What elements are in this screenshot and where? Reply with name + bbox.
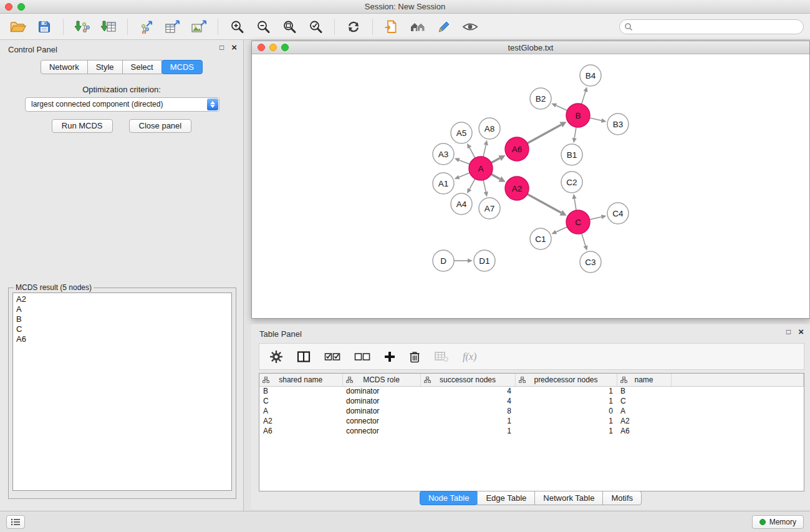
network-node-B4[interactable]: B4: [580, 65, 601, 86]
network-node-C1[interactable]: C1: [530, 228, 551, 249]
close-table-panel-icon[interactable]: ×: [798, 328, 804, 336]
export-table-icon[interactable]: [161, 16, 185, 37]
tab-style[interactable]: Style: [87, 60, 123, 74]
gear-icon[interactable]: [269, 350, 283, 364]
network-node-D[interactable]: D: [433, 250, 454, 271]
delete-icon[interactable]: [409, 351, 420, 363]
network-edge-B-B4[interactable]: [582, 92, 586, 104]
select-all-icon[interactable]: [324, 351, 340, 362]
float-panel-icon[interactable]: □: [219, 44, 224, 51]
open-folder-icon[interactable]: [6, 16, 30, 37]
network-edge-A2-C[interactable]: [528, 194, 561, 213]
network-canvas[interactable]: B4B2BB3A8A5A6A3B1AC2A1A2A4A7C4CC1C3DD1: [252, 54, 809, 318]
network-edge-A-A1[interactable]: [459, 173, 470, 177]
network-edge-A-A7[interactable]: [483, 180, 486, 192]
network-edge-A-A3[interactable]: [459, 160, 470, 165]
network-node-B1[interactable]: B1: [561, 144, 582, 165]
result-item[interactable]: A: [16, 304, 228, 314]
network-edge-C-C3[interactable]: [582, 233, 586, 246]
column-header-shared-name[interactable]: shared name: [259, 374, 342, 386]
network-edge-A-A4[interactable]: [470, 179, 475, 190]
import-network-icon[interactable]: [70, 16, 94, 37]
network-edge-B-B2[interactable]: [556, 105, 567, 110]
task-list-button[interactable]: [6, 515, 25, 529]
close-panel-button[interactable]: Close panel: [129, 119, 192, 133]
mcds-result-list[interactable]: A2ABCA6: [12, 293, 232, 491]
network-edge-C-C4[interactable]: [590, 217, 602, 220]
table-row[interactable]: Adominator80A: [259, 406, 804, 416]
export-image-icon[interactable]: [187, 16, 211, 37]
network-node-D1[interactable]: D1: [474, 250, 495, 271]
network-node-C3[interactable]: C3: [580, 251, 601, 273]
network-edge-C-C2[interactable]: [574, 199, 576, 211]
network-node-A8[interactable]: A8: [479, 118, 500, 139]
table-row[interactable]: Cdominator41C: [259, 396, 804, 406]
criterion-dropdown[interactable]: largest connected component (directed): [25, 97, 219, 112]
table-row[interactable]: A6connector11A6: [259, 426, 804, 436]
result-item[interactable]: B: [16, 314, 228, 324]
network-edge-B-B1[interactable]: [574, 127, 576, 138]
result-item[interactable]: C: [16, 324, 228, 334]
network-node-A3[interactable]: A3: [433, 143, 454, 165]
column-header-name[interactable]: name: [617, 374, 671, 386]
tab-network-table[interactable]: Network Table: [534, 491, 603, 505]
tab-node-table[interactable]: Node Table: [420, 491, 478, 505]
network-node-C4[interactable]: C4: [607, 203, 629, 224]
network-node-B[interactable]: B: [566, 104, 590, 127]
result-item[interactable]: A6: [16, 334, 228, 344]
tab-network[interactable]: Network: [41, 60, 88, 74]
import-table-icon[interactable]: [97, 16, 120, 37]
network-node-A1[interactable]: A1: [433, 173, 454, 194]
network-edge-A6-B[interactable]: [528, 125, 561, 143]
zoom-out-icon[interactable]: [251, 16, 275, 37]
network-edge-B-B3[interactable]: [590, 118, 602, 120]
pen-icon[interactable]: [432, 16, 456, 37]
column-header-mcds-role[interactable]: MCDS role: [342, 374, 420, 386]
delete-table-icon[interactable]: [434, 351, 449, 363]
fx-button[interactable]: f(x): [463, 351, 476, 362]
run-mcds-button[interactable]: Run MCDS: [52, 119, 113, 133]
snapshot-icon[interactable]: [380, 16, 403, 37]
tab-mcds[interactable]: MCDS: [162, 60, 203, 74]
network-node-C2[interactable]: C2: [561, 172, 582, 193]
network-edge-A-A6[interactable]: [491, 158, 500, 163]
save-icon[interactable]: [32, 16, 56, 37]
close-panel-icon[interactable]: ×: [231, 44, 237, 51]
network-zoom-button[interactable]: [281, 44, 289, 51]
export-network-icon[interactable]: [135, 16, 158, 37]
deselect-all-icon[interactable]: [354, 351, 370, 362]
add-icon[interactable]: [384, 351, 395, 362]
zoom-fit-icon[interactable]: [277, 16, 301, 37]
column-header-predecessor-nodes[interactable]: predecessor nodes: [515, 374, 617, 386]
memory-button[interactable]: Memory: [752, 515, 804, 529]
network-node-A2[interactable]: A2: [505, 177, 529, 200]
close-window-button[interactable]: [5, 3, 12, 11]
network-node-C[interactable]: C: [566, 210, 590, 234]
columns-icon[interactable]: [297, 351, 311, 363]
column-header-successor-nodes[interactable]: successor nodes: [420, 374, 515, 386]
refresh-icon[interactable]: [342, 16, 365, 37]
network-node-A4[interactable]: A4: [451, 193, 472, 215]
table-row[interactable]: Bdominator41B: [259, 386, 804, 396]
network-edge-A-A5[interactable]: [470, 148, 475, 158]
float-table-panel-icon[interactable]: □: [786, 328, 791, 336]
search-input[interactable]: [619, 19, 804, 34]
network-node-A[interactable]: A: [469, 157, 493, 180]
network-close-button[interactable]: [258, 44, 265, 51]
network-node-A5[interactable]: A5: [451, 122, 472, 143]
network-edge-C-C1[interactable]: [556, 227, 567, 232]
tab-motifs[interactable]: Motifs: [602, 491, 642, 505]
eye-icon[interactable]: [458, 16, 482, 37]
network-minimize-button[interactable]: [269, 44, 277, 51]
home-icon[interactable]: [406, 16, 430, 37]
zoom-window-button[interactable]: [17, 3, 25, 11]
network-node-B3[interactable]: B3: [607, 114, 629, 135]
network-node-A7[interactable]: A7: [479, 198, 500, 219]
zoom-selected-icon[interactable]: [304, 16, 327, 37]
table-row[interactable]: A2connector11A2: [259, 416, 804, 426]
network-edge-A-A2[interactable]: [491, 174, 500, 179]
network-node-A6[interactable]: A6: [505, 137, 529, 161]
result-item[interactable]: A2: [16, 294, 228, 304]
tab-edge-table[interactable]: Edge Table: [477, 491, 535, 505]
network-node-B2[interactable]: B2: [530, 88, 551, 109]
